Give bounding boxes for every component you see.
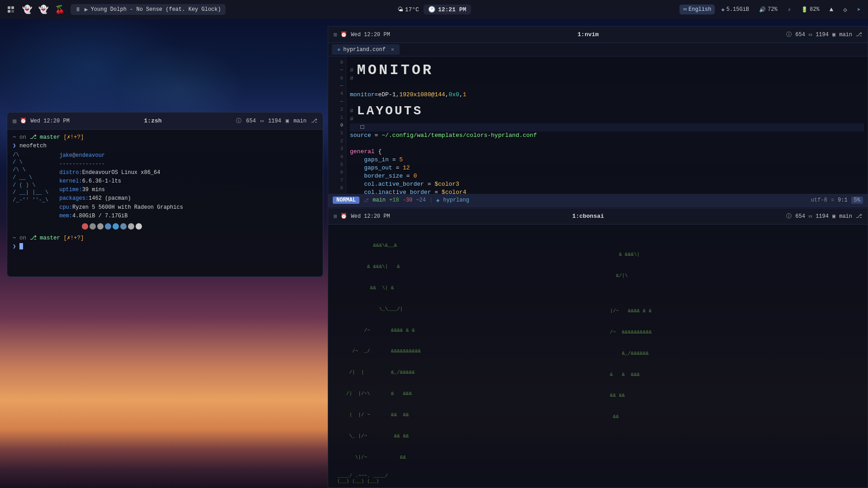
color-dot-2 [90,223,96,230]
nvim-language-indicator: hyprlang [443,197,469,203]
gutter-line-1b: 1 [328,129,346,137]
nvim-bottom-datetime: Wed 12:20 PM [351,213,390,220]
nvim-branch-display: main [373,197,386,203]
terminal-pane-width: 654 [246,118,256,124]
nvim-datetime: Wed 12:20 PM [351,32,390,38]
nvim-bottom-pane-icon: ▦ [334,213,337,220]
nvim-encoding-display: utf-8 [811,197,827,203]
volume-icon: 🔊 [759,6,766,13]
battery-icon: 🔋 [801,6,808,13]
terminal-prompt-line-2: ~ on ⎇ master [✗!+?] [13,234,317,243]
nvim-titlebar-bottom-right: ⓘ 654 ▭ 1194 ▣ main ⎇ [786,212,862,220]
weather-icon: 🌤 [397,6,403,13]
gutter-line-5: ─ [328,82,346,89]
memory-value: 5.15GiB [726,6,749,13]
memory-indicator: ◈ 5.15GiB [717,5,753,14]
nvim-bottom-info-icon: ⓘ [786,212,792,220]
nvim-gaps-in: gaps_in = 5 [350,156,864,164]
nf-separator: -------------- [59,160,183,169]
nvim-inactive-border: col.inactive_border = $color4 [350,188,864,194]
nvim-line-numbers: 8 ─ 6 ─ 4 ─ 2 1 9 1 2 3 4 5 6 7 8 [328,56,346,194]
nvim-tab-hyprland-conf[interactable]: ◈ hyprland.conf ✕ [332,44,400,55]
nvim-clock-icon: ⏰ [340,31,347,38]
bluetooth-toggle[interactable]: ⚡ [784,5,795,15]
nvim-window-top: ▦ ⏰ Wed 12:20 PM 1:nvim ⓘ 654 ▭ 1194 ▣ m… [328,26,868,207]
nvim-titlebar-top: ▦ ⏰ Wed 12:20 PM 1:nvim ⓘ 654 ▭ 1194 ▣ m… [328,27,868,43]
nvim-code-line-7: # MONITOR [350,66,864,75]
terminal-cursor-line: ❯ [13,243,317,251]
nf-uptime: uptime: 39 mins [59,186,183,194]
color-dot-1 [82,223,88,230]
nvim-pane-icon: ▦ [334,31,337,38]
taskbar-app-icon-3[interactable]: 👻 [36,2,51,17]
taskbar-music-player[interactable]: ⏸ ▶ Young Dolph - No Sense (feat. Key Gl… [71,4,226,15]
nvim-layout-icon: ▣ [832,31,835,38]
taskbar-system-tray: ⌨ English ◈ 5.15GiB 🔊 72% ⚡ 🔋 82% ▲ ◇ [679,5,864,15]
network-icon[interactable]: ▲ [826,5,837,14]
clock-time: 12:21 PM [438,6,466,13]
tray-icon-2[interactable]: ➤ [854,5,864,15]
nvim-border-size: border_size = 0 [350,172,864,180]
terminal-layout-name: main [293,118,307,124]
svg-rect-2 [8,10,10,13]
nvim-bottom-layout-name: main [839,213,852,220]
nvim-code-line-2: # LAYOUTS [350,107,864,115]
nvim-pane-height: 1194 [816,32,829,38]
neofetch-output: /\ / \ /\ \ / __ \ / ( ) \ / __| |__ \ /… [13,151,317,230]
nvim-bottom-pane-icon2: ▭ [809,213,812,220]
gutter-line-6: 6 [328,74,346,82]
neofetch-info-table: jake @ endeavour -------------- distro: … [59,151,183,230]
terminal-pane-icon: ▦ [13,117,16,125]
color-dot-3 [97,223,104,230]
terminal-title-left-info: ▦ ⏰ Wed 12:20 PM [13,117,70,125]
bluetooth-icon: ⚡ [788,6,791,14]
tray-icon-1[interactable]: ◇ [840,5,850,15]
volume-control[interactable]: 🔊 72% [755,5,781,14]
clock-icon: 🕐 [428,6,435,13]
music-control-icon[interactable]: ⏸ ▶ [75,6,88,13]
taskbar-app-icon-2[interactable]: 👻 [20,2,34,17]
nvim-active-border: col.active_border = $color3 [350,180,864,188]
nf-kernel: kernel: 6.6.36-1-lts [59,177,183,186]
terminal-datetime: Wed 12:20 PM [30,118,69,124]
cbonsai-left-art: &&&\&__& & &&&\| & && \| & \_\___/| /~ &… [337,228,589,468]
keyboard-layout-label: English [689,6,711,13]
nvim-lines-icon: ≡ [831,197,834,203]
nf-cpu: cpu: Ryzen 5 5600H with Radeon Graphics [59,203,183,212]
keyboard-icon: ⌨ [683,6,687,13]
keyboard-layout-switcher[interactable]: ⌨ English [679,5,715,14]
nvim-statusbar-sep-2: | [429,197,433,203]
weather-widget: 🌤 17°C [397,6,419,13]
taskbar-app-icon-1[interactable] [4,2,18,17]
nvim-bottom-clock-icon: ⏰ [340,213,347,220]
nvim-statusbar-sep-1: ⎇ [363,197,369,203]
clock-widget: 🕐 12:21 PM [424,5,471,14]
nvim-editor-body-top: 8 ─ 6 ─ 4 ─ 2 1 9 1 2 3 4 5 6 7 8 # MONI… [328,56,868,194]
terminal-pane-dim-icon: ▭ [260,117,264,124]
terminal-titlebar-left: ▦ ⏰ Wed 12:20 PM 1:zsh ⓘ 654 ▭ 1194 ▣ ma… [7,113,323,130]
nvim-code-line-5 [350,83,864,91]
nvim-bottom-branch-icon: ⎇ [856,213,862,220]
nvim-tab-close-button[interactable]: ✕ [391,46,394,53]
nf-mem: mem: 4.80GiB / 7.17GiB [59,212,183,221]
nvim-tab-filename: hyprland.conf [343,47,386,53]
nvim-empty-line-2 [350,140,864,148]
nvim-code-line-4: monitor = eDP-1, 868x488@144 , 0x0 , 1 [350,91,864,99]
nvim-pane-width: 654 [795,32,805,38]
memory-icon: ◈ [721,6,724,13]
color-dot-7 [128,223,134,230]
nvim-status-plus: +18 [389,197,399,203]
terminal-title-right-info: ⓘ 654 ▭ 1194 ▣ main ⎇ [236,117,317,125]
nf-packages: packages: 1462 (pacman) [59,194,183,203]
gutter-line-3: ─ [328,98,346,105]
tray-arrow-icon: ◇ [843,6,847,14]
taskbar-app-icon-4[interactable]: 🍒 [52,2,67,17]
nvim-tab-bar: ◈ hyprland.conf ✕ [328,43,868,56]
nvim-editor-content-top[interactable]: # MONITOR # monitor = eDP-1, 868x488@1… [346,56,868,194]
nvim-info-icon: ⓘ [786,31,792,38]
nvim-code-line-9-current: □ [350,123,864,131]
color-dot-4 [105,223,111,230]
terminal-pane-height: 1194 [268,118,281,124]
volume-value: 72% [768,6,778,13]
taskbar: 👻 👻 🍒 ⏸ ▶ Young Dolph - No Sense (feat. … [0,0,868,19]
